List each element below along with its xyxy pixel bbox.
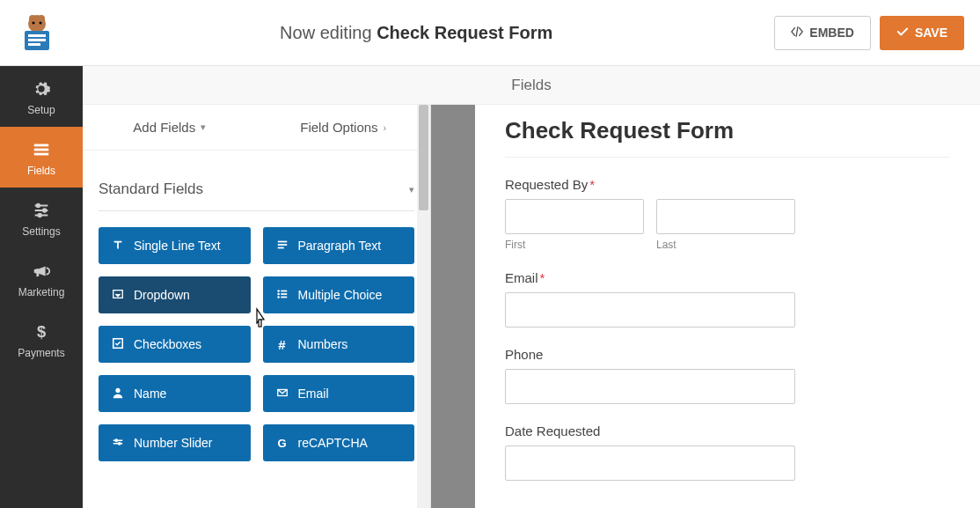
tab-label: Add Fields: [133, 120, 195, 135]
field-label: Number Slider: [134, 436, 212, 450]
chevron-right-icon: ›: [384, 122, 387, 133]
svg-rect-6: [28, 34, 46, 37]
divider: [505, 157, 950, 158]
app-header: Now editing Check Request Form EMBED SAV…: [0, 0, 980, 66]
first-name-input[interactable]: [505, 199, 644, 234]
field-checkboxes[interactable]: Checkboxes: [99, 326, 251, 363]
form-preview: Check Request Form Requested By* First L: [475, 105, 980, 508]
svg-rect-23: [281, 293, 287, 295]
field-email[interactable]: Email: [263, 375, 415, 412]
field-label: Dropdown: [134, 288, 190, 302]
section-title: Standard Fields: [99, 180, 203, 198]
code-icon: [791, 26, 803, 40]
save-label: SAVE: [915, 26, 947, 40]
sidenav-item-settings[interactable]: Settings: [0, 188, 83, 248]
svg-point-27: [115, 387, 120, 392]
svg-rect-8: [28, 43, 40, 46]
field-label: Paragraph Text: [298, 239, 382, 253]
embed-label: EMBED: [809, 26, 854, 40]
svg-text:$: $: [37, 322, 46, 341]
left-tabs: Add Fields ▾ Field Options ›: [83, 105, 430, 151]
field-dropdown[interactable]: Dropdown: [99, 276, 251, 313]
requested-by-label: Requested By*: [505, 177, 950, 192]
field-multiple-choice[interactable]: Multiple Choice: [263, 276, 415, 313]
tab-field-options[interactable]: Field Options ›: [257, 105, 431, 150]
svg-rect-16: [277, 240, 287, 242]
wpforms-logo: [16, 11, 58, 54]
editing-prefix: Now editing: [280, 23, 377, 42]
svg-point-24: [277, 296, 280, 298]
svg-point-1: [29, 15, 36, 22]
field-label: Checkboxes: [134, 337, 201, 351]
main-area: Setup Fields Settings Marketing $ Paymen…: [0, 66, 980, 508]
svg-rect-11: [34, 153, 49, 156]
save-button[interactable]: SAVE: [880, 16, 964, 50]
embed-button[interactable]: EMBED: [774, 16, 871, 50]
gear-icon: [32, 78, 51, 99]
sidenav-label: Payments: [18, 347, 64, 359]
last-name-input[interactable]: [656, 199, 795, 234]
slider-icon: [111, 436, 125, 451]
last-name-col: Last: [656, 199, 795, 251]
form-title: Check Request Form: [505, 117, 950, 144]
scrollbar[interactable]: [417, 105, 430, 508]
svg-point-29: [115, 438, 118, 441]
text-icon: [111, 239, 125, 254]
list-icon: [32, 139, 51, 160]
field-label: Email: [298, 387, 329, 401]
label-text: Requested By: [505, 177, 588, 192]
svg-point-22: [277, 292, 280, 295]
paragraph-icon: [275, 239, 289, 254]
check-icon: [896, 26, 909, 40]
field-label: Name: [134, 387, 166, 401]
dropdown-icon: [111, 288, 125, 303]
svg-rect-7: [28, 39, 46, 41]
sidenav-item-marketing[interactable]: Marketing: [0, 248, 83, 309]
sidenav-item-payments[interactable]: $ Payments: [0, 309, 83, 370]
checkbox-icon: [111, 337, 125, 352]
sidenav-label: Setup: [27, 104, 55, 116]
hash-icon: #: [275, 337, 289, 352]
header-buttons: EMBED SAVE: [774, 16, 964, 50]
field-name[interactable]: Name: [99, 375, 251, 412]
field-date-requested[interactable]: Date Requested: [505, 423, 950, 481]
svg-rect-17: [277, 244, 287, 246]
sidenav-item-setup[interactable]: Setup: [0, 66, 83, 127]
svg-rect-9: [34, 144, 49, 147]
svg-point-12: [37, 204, 40, 208]
form-name: Check Request Form: [377, 23, 552, 42]
field-paragraph-text[interactable]: Paragraph Text: [263, 227, 415, 264]
phone-input[interactable]: [505, 369, 795, 404]
chevron-down-icon: ▾: [201, 121, 206, 133]
field-phone[interactable]: Phone: [505, 347, 950, 404]
last-sublabel: Last: [656, 239, 795, 251]
first-sublabel: First: [505, 239, 644, 251]
field-recaptcha[interactable]: G reCAPTCHA: [263, 424, 415, 461]
tab-label: Field Options: [300, 120, 377, 135]
email-input[interactable]: [505, 292, 795, 328]
tab-add-fields[interactable]: Add Fields ▾: [83, 105, 257, 150]
field-label: Numbers: [298, 337, 348, 351]
email-label: Email*: [505, 270, 950, 285]
panel-wrap: Fields Add Fields ▾ Field Options › Stan…: [83, 66, 980, 508]
field-single-line-text[interactable]: Single Line Text: [99, 227, 251, 264]
scrollbar-thumb[interactable]: [419, 105, 428, 210]
svg-rect-18: [277, 247, 283, 248]
sidenav-label: Marketing: [18, 286, 65, 298]
svg-rect-10: [34, 149, 49, 151]
sidenav-label: Fields: [27, 165, 55, 177]
field-number-slider[interactable]: Number Slider: [99, 424, 251, 461]
required-marker: *: [540, 270, 545, 285]
svg-point-3: [33, 22, 35, 25]
user-icon: [111, 387, 125, 401]
panel-divider: [431, 105, 475, 508]
sidenav-item-fields[interactable]: Fields: [0, 127, 83, 188]
field-email[interactable]: Email*: [505, 270, 950, 328]
field-label: Multiple Choice: [298, 288, 383, 302]
field-numbers[interactable]: # Numbers: [263, 326, 415, 363]
section-head-standard-fields[interactable]: Standard Fields ▾: [99, 168, 414, 211]
left-panel: Add Fields ▾ Field Options › Standard Fi…: [83, 105, 431, 508]
date-requested-input[interactable]: [505, 445, 795, 481]
sliders-icon: [32, 200, 51, 221]
field-requested-by[interactable]: Requested By* First Last: [505, 177, 950, 251]
